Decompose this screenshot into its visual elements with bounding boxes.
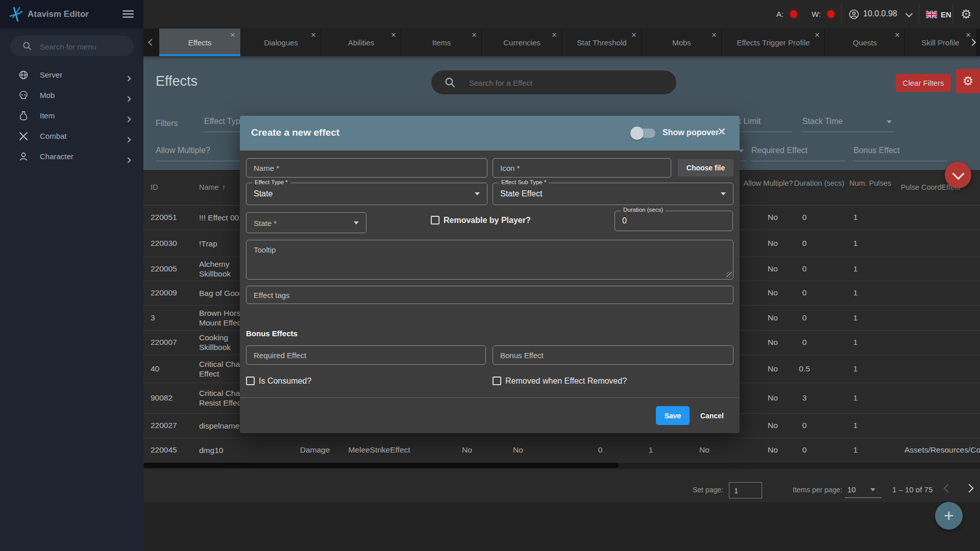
sidebar-item-mob[interactable]: Mob [0, 86, 143, 106]
bonus-effect-input[interactable] [493, 345, 733, 365]
table-cell: 1 [853, 213, 858, 222]
table-cell: 1 [853, 364, 858, 373]
language-label[interactable]: EN [941, 10, 951, 19]
table-cell: 1 [853, 288, 858, 297]
icon-input[interactable] [493, 158, 671, 178]
prev-page-icon[interactable] [945, 484, 951, 493]
col-allow-multiple[interactable]: Allow Multiple? [740, 179, 796, 188]
horizontal-scrollbar[interactable] [143, 462, 980, 468]
scroll-down-fab[interactable] [945, 162, 971, 188]
table-cell: 220009 [151, 288, 177, 297]
tab-scroll-right[interactable] [964, 29, 980, 56]
potion-icon [18, 111, 29, 121]
chevron-down-icon [952, 167, 964, 180]
next-page-icon[interactable] [966, 484, 972, 493]
table-cell: No [768, 364, 778, 373]
removed-when-checkbox[interactable] [493, 377, 501, 385]
tab-effects-trigger-profile[interactable]: Effects Trigger Profile [721, 29, 825, 56]
select-underline [845, 497, 881, 498]
filter-allow-multiple[interactable]: Allow Multiple? [156, 146, 210, 155]
table-cell: MeleeStrikeEffect [348, 445, 410, 455]
filter-effect-type[interactable]: Effect Type [204, 117, 244, 126]
effect-tags-input[interactable] [246, 286, 733, 304]
sidebar-item-server[interactable]: Server [0, 65, 143, 86]
table-cell: No [513, 445, 523, 455]
menu-hamburger-icon[interactable] [122, 10, 134, 18]
table-cell: No [768, 393, 778, 403]
filter-required-effect[interactable]: Required Effect [751, 146, 807, 155]
close-icon[interactable] [718, 125, 726, 139]
tab-close-icon[interactable] [815, 31, 820, 39]
choose-file-button[interactable]: Choose file [678, 159, 733, 177]
tab-effects[interactable]: Effects [159, 29, 240, 56]
table-cell: 0 [802, 338, 807, 347]
chevron-right-icon [126, 114, 130, 123]
col-name[interactable]: Name [199, 183, 226, 191]
filter-stack-time[interactable]: Stack Time [802, 117, 843, 126]
server-ip[interactable]: 10.0.0.98 [863, 9, 897, 18]
table-settings-button[interactable]: ⚙ [956, 69, 980, 93]
effect-search[interactable] [431, 70, 676, 94]
add-effect-fab[interactable]: + [935, 502, 963, 530]
tab-label: Mobs [642, 38, 722, 47]
settings-gear-icon[interactable]: ⚙ [961, 8, 972, 20]
state-select[interactable]: State * [246, 212, 366, 233]
effect-search-input[interactable] [468, 70, 664, 95]
sidebar-search[interactable] [10, 36, 134, 56]
cancel-button[interactable]: Cancel [694, 406, 730, 425]
tab-stat-threshold[interactable]: Stat Threshold [561, 29, 642, 56]
sidebar-search-input[interactable] [39, 36, 128, 57]
is-consumed-checkbox[interactable] [246, 377, 255, 385]
sidebar-item-item[interactable]: Item [0, 106, 143, 127]
col-duration[interactable]: Duration (secs) [791, 179, 847, 188]
effect-sub-type-select[interactable]: State Effect [493, 183, 733, 205]
effect-type-select[interactable]: State [246, 183, 487, 205]
effect-type-label: Effect Type * [252, 179, 290, 185]
col-id[interactable]: ID [151, 183, 158, 191]
tab-label: Currencies [482, 38, 562, 47]
screen: A: W: 10.0.0.98 EN ⚙ [0, 0, 980, 551]
items-per-page-value[interactable]: 10 [847, 485, 856, 494]
sidebar-item-character[interactable]: Character [0, 147, 143, 167]
tab-items[interactable]: Items [401, 29, 482, 56]
filter-bonus-effect[interactable]: Bonus Effect [853, 146, 899, 155]
tab-abilities[interactable]: Abilities [321, 29, 401, 56]
tab-dialogues[interactable]: Dialogues [240, 29, 321, 56]
table-cell: No [699, 445, 709, 455]
tab-close-icon[interactable] [712, 31, 717, 39]
scrollbar-thumb[interactable] [143, 463, 619, 468]
tab-scroll-left[interactable] [143, 29, 159, 56]
table-cell: 1 [853, 313, 858, 322]
tooltip-textarea[interactable] [246, 240, 733, 280]
sidebar-item-label: Character [40, 152, 74, 161]
swords-icon [18, 131, 29, 141]
tab-close-icon[interactable] [631, 31, 636, 39]
table-row[interactable]: 220045dmg10DamageMeleeStrikeEffectNoNo01… [143, 438, 980, 462]
modal-title: Create a new effect [251, 127, 339, 138]
set-page-input[interactable] [729, 482, 762, 498]
sidebar-item-combat[interactable]: Combat [0, 127, 143, 147]
name-input[interactable] [246, 158, 487, 178]
table-cell: 0.5 [799, 364, 810, 373]
tab-close-icon[interactable] [895, 31, 900, 39]
duration-input[interactable] [615, 211, 733, 231]
show-popover-toggle[interactable] [633, 129, 655, 138]
tab-close-icon[interactable] [472, 31, 477, 39]
tab-mobs[interactable]: Mobs [641, 29, 722, 56]
save-button[interactable]: Save [656, 406, 690, 425]
is-consumed-label: Is Consumed? [259, 377, 311, 386]
tab-close-icon[interactable] [552, 31, 557, 39]
removable-checkbox[interactable] [431, 216, 439, 224]
table-cell: 1 [649, 445, 653, 455]
required-effect-input[interactable] [246, 345, 486, 365]
tab-close-icon[interactable] [311, 31, 316, 39]
tab-close-icon[interactable] [230, 31, 235, 39]
tab-currencies[interactable]: Currencies [481, 29, 562, 56]
tab-close-icon[interactable] [391, 31, 396, 39]
chevron-down-icon[interactable] [905, 10, 913, 17]
clear-filters-button[interactable]: Clear Filters [896, 74, 951, 92]
tab-quests[interactable]: Quests [824, 29, 905, 56]
person-icon [18, 152, 29, 162]
table-cell: 0 [802, 213, 807, 222]
sidebar-header: Atavism Editor [0, 0, 143, 29]
